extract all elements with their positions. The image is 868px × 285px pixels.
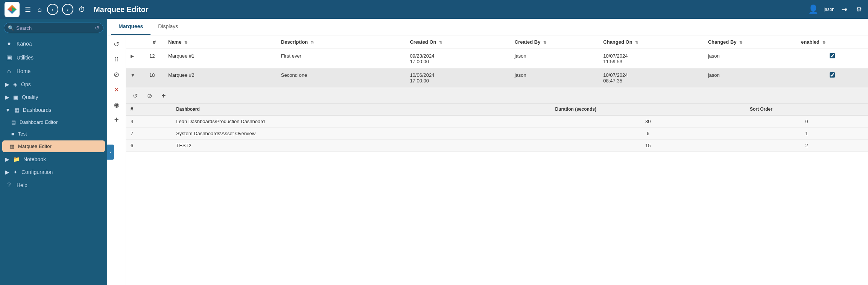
tab-marquees[interactable]: Marquees xyxy=(111,19,150,35)
dashboards-expand-icon: ▼ xyxy=(5,107,11,113)
row-changed-by: jason xyxy=(704,69,797,88)
content-area: Marquees Displays ↺ ⠿ ⊘ ✕ ◉ + # xyxy=(107,19,868,285)
expand-icon[interactable]: ▶ xyxy=(131,53,134,59)
row-created-by: jason xyxy=(510,49,599,69)
add-button[interactable]: + xyxy=(111,114,123,126)
table-row: ▶ 12 Marquee #1 First ever 09/23/202417:… xyxy=(126,49,868,69)
sidebar-item-help[interactable]: ? Help xyxy=(0,178,107,192)
menu-button[interactable]: ☰ xyxy=(23,5,32,14)
expand-cell[interactable]: ▶ xyxy=(126,49,145,69)
logo-area xyxy=(5,2,20,17)
search-box: 🔍 ↺ xyxy=(4,23,103,33)
sub-refresh-button[interactable]: ↺ xyxy=(129,90,141,102)
sidebar-item-notebook[interactable]: ▶ 📁 Notebook xyxy=(0,153,107,166)
marquee-editor-icon: ▦ xyxy=(10,143,14,149)
block-button[interactable]: ⊘ xyxy=(111,69,123,81)
sidebar-item-configuration[interactable]: ▶ ✦ Configuration xyxy=(0,166,107,178)
sub-table-row: ↺ ⊘ + # Dashboard xyxy=(126,88,868,152)
history-button[interactable]: ⏱ xyxy=(77,5,87,14)
dashboard-editor-icon: ▤ xyxy=(11,119,16,125)
sub-row-num: 4 xyxy=(126,115,172,128)
page-title: Marquee Editor xyxy=(94,5,149,14)
main-layout: 🔍 ↺ ● Kanoa ▣ Utilities ⌂ Home ▶ ◈ Ops ▶… xyxy=(0,19,868,285)
sidebar-item-label: Help xyxy=(17,182,27,188)
sub-row-num: 6 xyxy=(126,140,172,152)
tab-displays[interactable]: Displays xyxy=(150,19,185,35)
sub-col-sort-order: Sort Order xyxy=(745,104,868,115)
utilities-icon: ▣ xyxy=(5,54,13,61)
refresh-button[interactable]: ↺ xyxy=(111,38,123,50)
sidebar-item-label: Test xyxy=(18,131,27,137)
sidebar-item-marquee-editor[interactable]: ▦ Marquee Editor xyxy=(2,140,105,152)
sub-row-dashboard: System Dashboards\Asset Overview xyxy=(172,128,550,140)
sidebar-item-label: Kanoa xyxy=(17,41,32,47)
sidebar-item-test[interactable]: ■ Test xyxy=(0,128,107,140)
sub-col-duration: Duration (seconds) xyxy=(551,104,745,115)
table-row: ▼ 18 Marquee #2 Second one 10/06/202417:… xyxy=(126,69,868,88)
search-icon: 🔍 xyxy=(8,25,14,31)
search-input[interactable] xyxy=(16,25,93,31)
sub-table-cell: ↺ ⊘ + # Dashboard xyxy=(126,88,868,152)
col-changed-by[interactable]: Changed By ⇅ xyxy=(704,35,797,49)
camera-button[interactable]: ◉ xyxy=(111,99,123,111)
row-enabled[interactable] xyxy=(797,49,868,69)
sub-table-row-item: 4 Lean Dashboards\Production Dashboard 3… xyxy=(126,115,868,128)
sidebar-item-dashboard-editor[interactable]: ▤ Dashboard Editor xyxy=(0,116,107,128)
row-changed-on: 10/07/202411:59:53 xyxy=(599,49,703,69)
sub-row-duration: 6 xyxy=(551,128,745,140)
quality-icon: ▣ xyxy=(13,94,18,100)
expand-cell[interactable]: ▼ xyxy=(126,69,145,88)
grid-view-button[interactable]: ⠿ xyxy=(111,53,123,66)
col-description[interactable]: Description ⇅ xyxy=(277,35,406,49)
sub-block-button[interactable]: ⊘ xyxy=(143,90,155,102)
main-table-area: # Name ⇅ Description ⇅ Created On ⇅ Crea… xyxy=(126,35,868,285)
row-created-on: 09/23/202417:00:00 xyxy=(405,49,510,69)
kanoa-logo xyxy=(5,2,20,17)
top-header: ☰ ⌂ ‹ › ⏱ Marquee Editor 👤 jason ⇥ ⚙ xyxy=(0,0,868,19)
col-created-on[interactable]: Created On ⇅ xyxy=(405,35,510,49)
sub-row-dashboard: TEST2 xyxy=(172,140,550,152)
col-created-by[interactable]: Created By ⇅ xyxy=(510,35,599,49)
sidebar-item-utilities[interactable]: ▣ Utilities xyxy=(0,50,107,64)
sidebar-item-ops[interactable]: ▶ ◈ Ops xyxy=(0,78,107,91)
col-name[interactable]: Name ⇅ xyxy=(164,35,277,49)
marquees-table: # Name ⇅ Description ⇅ Created On ⇅ Crea… xyxy=(126,35,868,152)
enabled-checkbox[interactable] xyxy=(830,53,835,58)
row-num: 12 xyxy=(145,49,164,69)
user-area: jason xyxy=(824,7,835,12)
login-button[interactable]: ⇥ xyxy=(840,4,849,15)
sub-add-button[interactable]: + xyxy=(158,90,170,102)
col-changed-on[interactable]: Changed On ⇅ xyxy=(599,35,703,49)
forward-button[interactable]: › xyxy=(62,4,73,15)
configuration-icon: ✦ xyxy=(13,169,18,175)
row-changed-on: 10/07/202408:47:35 xyxy=(599,69,703,88)
home-button[interactable]: ⌂ xyxy=(36,5,43,14)
home-icon: ⌂ xyxy=(5,68,13,75)
col-enabled[interactable]: enabled ⇅ xyxy=(797,35,868,49)
sidebar-item-label: Marquee Editor xyxy=(18,143,52,149)
enabled-checkbox[interactable] xyxy=(830,72,835,78)
sidebar-item-dashboards[interactable]: ▼ ▦ Dashboards xyxy=(0,104,107,116)
search-options-icon: ↺ xyxy=(95,25,99,31)
sub-table-header: # Dashboard Duration (seconds) Sort Orde… xyxy=(126,104,868,115)
sub-row-sort-order: 1 xyxy=(745,128,868,140)
collapse-icon[interactable]: ▼ xyxy=(131,73,135,78)
sub-table-row-item: 6 TEST2 15 2 xyxy=(126,140,868,152)
sidebar-item-home[interactable]: ⌂ Home xyxy=(0,64,107,78)
row-description: Second one xyxy=(277,69,406,88)
sidebar-item-quality[interactable]: ▶ ▣ Quality xyxy=(0,91,107,104)
sidebar-item-kanoa[interactable]: ● Kanoa xyxy=(0,37,107,50)
kanoa-icon: ● xyxy=(5,40,13,47)
row-enabled[interactable] xyxy=(797,69,868,88)
configuration-expand-icon: ▶ xyxy=(5,169,9,175)
sidebar-item-label: Utilities xyxy=(17,55,33,61)
ops-icon: ◈ xyxy=(13,81,17,87)
notebook-icon: 📁 xyxy=(13,156,20,162)
sidebar-item-label: Dashboard Editor xyxy=(20,119,58,125)
back-button[interactable]: ‹ xyxy=(47,4,58,15)
settings-button[interactable]: ⚙ xyxy=(854,5,863,14)
sidebar-toggle[interactable]: ‹ xyxy=(107,145,114,160)
user-name: jason xyxy=(824,7,835,12)
delete-button[interactable]: ✕ xyxy=(111,84,123,96)
sub-row-dashboard: Lean Dashboards\Production Dashboard xyxy=(172,115,550,128)
